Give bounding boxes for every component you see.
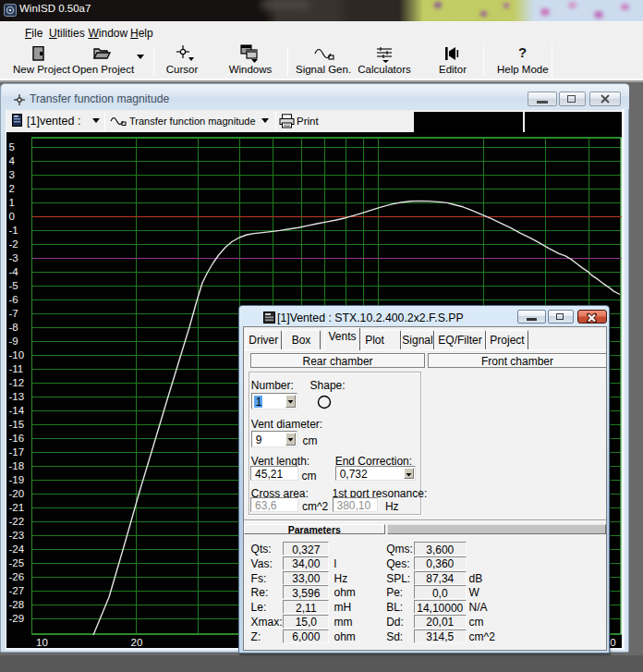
svg-text:-2: -2 xyxy=(9,238,18,250)
svg-text:-8: -8 xyxy=(9,322,18,333)
svg-text:3: 3 xyxy=(9,169,15,180)
svg-text:-16: -16 xyxy=(9,433,25,444)
svg-text:-15: -15 xyxy=(9,419,25,430)
svg-text:-10: -10 xyxy=(9,349,25,360)
svg-text:-20: -20 xyxy=(9,488,25,499)
svg-text:-21: -21 xyxy=(9,502,25,513)
svg-text:-26: -26 xyxy=(9,571,25,582)
svg-text:-1: -1 xyxy=(9,225,18,236)
svg-text:2: 2 xyxy=(9,183,15,194)
svg-text:-3: -3 xyxy=(9,252,18,263)
svg-text:-6: -6 xyxy=(9,294,18,305)
svg-text:-25: -25 xyxy=(9,557,25,568)
svg-text:-22: -22 xyxy=(9,516,25,527)
svg-text:5: 5 xyxy=(9,141,15,153)
svg-text:-9: -9 xyxy=(9,336,18,347)
svg-text:-7: -7 xyxy=(9,308,18,319)
svg-text:1: 1 xyxy=(9,197,15,208)
svg-text:-24: -24 xyxy=(9,544,25,555)
svg-text:-13: -13 xyxy=(9,391,25,402)
svg-text:-27: -27 xyxy=(9,585,25,596)
svg-text:-4: -4 xyxy=(9,266,19,277)
svg-text:-11: -11 xyxy=(9,363,24,374)
svg-text:-19: -19 xyxy=(9,474,25,485)
svg-text:-23: -23 xyxy=(9,530,25,541)
svg-text:0: 0 xyxy=(9,211,15,222)
svg-text:-14: -14 xyxy=(9,405,25,416)
svg-text:-29: -29 xyxy=(9,613,25,624)
svg-text:20: 20 xyxy=(131,637,143,648)
svg-text:-17: -17 xyxy=(9,446,25,458)
svg-text:4: 4 xyxy=(9,155,16,166)
svg-text:-12: -12 xyxy=(9,377,25,388)
svg-text:10: 10 xyxy=(36,637,48,648)
svg-text:-5: -5 xyxy=(9,280,18,291)
svg-text:-28: -28 xyxy=(9,599,25,610)
svg-text:-18: -18 xyxy=(9,460,25,471)
